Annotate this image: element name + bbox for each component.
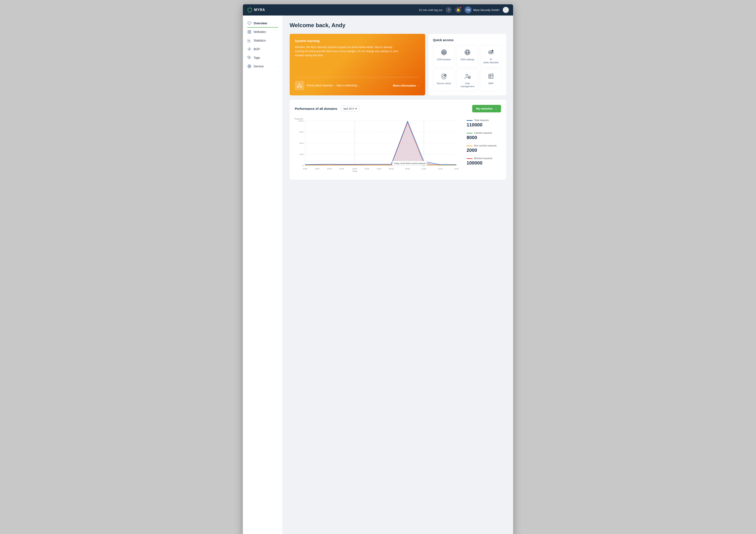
- session-timer: 15 min until log out: [419, 9, 442, 12]
- total-color-bar: [467, 120, 472, 121]
- sidebar-item-bgp[interactable]: BGP: [243, 45, 283, 53]
- quick-access-secure-check[interactable]: Secure check: [433, 69, 455, 91]
- grid-icon: [247, 30, 252, 34]
- performance-panel: Performance of all domains last 24 h ▾ M…: [290, 100, 506, 180]
- warning-bottom-text: Botnet attack detected ← Myra is defendi…: [307, 84, 360, 87]
- waf-label: WAF: [488, 82, 494, 85]
- sidebar-item-statistics[interactable]: Statistics: [243, 36, 283, 45]
- svg-text:90 K: 90 K: [300, 131, 304, 133]
- svg-text:20:00: 20:00: [327, 168, 332, 170]
- dns-icon: DNS: [464, 48, 471, 56]
- svg-text:14:00: 14:00: [454, 168, 459, 170]
- svg-marker-76: [305, 121, 456, 165]
- svg-text:0: 0: [303, 164, 304, 167]
- stat-total: Total requests 110000: [467, 119, 501, 128]
- sidebar-item-overview[interactable]: Overview: [243, 19, 283, 28]
- avatar: TW: [465, 7, 472, 13]
- topbar-right: 15 min until log out ? 🔔 TW Myra Securit…: [419, 7, 509, 13]
- sidebar-item-websites[interactable]: Websites ›: [243, 28, 283, 36]
- chart-stats: Total requests 110000 Cached requests 80…: [467, 117, 501, 174]
- svg-text:30 K: 30 K: [300, 153, 304, 156]
- sidebar-overview-label: Overview: [254, 21, 267, 25]
- warning-panel: System warning Attention, the Myra Secur…: [290, 34, 425, 95]
- tag-icon: [247, 56, 252, 60]
- non-cached-color-bar: [467, 145, 472, 146]
- svg-text:CDN: CDN: [443, 52, 445, 53]
- cdn-browser-label: CDN browser: [437, 58, 451, 61]
- ip-whitelist-label: IP white-/blacklist: [482, 58, 500, 64]
- stat-cached: Cached requests 8000: [467, 132, 501, 140]
- dns-settings-label: DNS settings: [461, 58, 474, 61]
- svg-rect-1: [250, 30, 251, 32]
- sidebar-item-service[interactable]: Service ›: [243, 62, 283, 71]
- svg-line-18: [298, 85, 299, 86]
- user-badge: TW Myra Security GmbH: [465, 7, 499, 13]
- stat-non-cached: Non cached requests 2000: [467, 144, 501, 153]
- svg-text:16:00: 16:00: [303, 168, 307, 170]
- ip-icon: [487, 48, 495, 56]
- performance-title: Performance of all domains: [295, 107, 337, 111]
- svg-point-41: [466, 74, 468, 76]
- svg-text:120 K: 120 K: [298, 120, 304, 122]
- my-websites-button[interactable]: My websites →: [472, 105, 501, 113]
- svg-text:06:00: 06:00: [389, 168, 393, 170]
- quick-access-cdn-browser[interactable]: CDN CDN browser: [433, 45, 455, 67]
- quick-access-waf[interactable]: WAF: [480, 69, 502, 91]
- user-mgmt-icon: [464, 72, 471, 80]
- quick-access-user-management[interactable]: User management: [456, 69, 478, 91]
- user-circle[interactable]: [503, 7, 509, 13]
- stat-blocked: Blocked requests 100000: [467, 157, 501, 166]
- svg-text:00:00: 00:00: [352, 168, 357, 170]
- chart-icon: [247, 38, 252, 43]
- svg-text:DNS: DNS: [466, 52, 469, 53]
- warning-text: Attention, the Myra Security Systems sus…: [295, 45, 398, 58]
- svg-text:Today, 09:55  8000 cached requ: Today, 09:55 8000 cached requests: [394, 162, 426, 165]
- cached-color-bar: [467, 133, 472, 134]
- svg-point-38: [493, 50, 493, 51]
- quick-access-title: Quick access: [433, 38, 502, 42]
- chevron-right-icon: ›: [277, 31, 278, 33]
- sidebar-websites-label: Websites: [254, 30, 266, 34]
- sidebar-statistics-label: Statistics: [254, 39, 266, 42]
- svg-rect-45: [489, 74, 493, 78]
- warning-bottom: Botnet attack detected ← Myra is defendi…: [295, 77, 420, 90]
- logo-text: MYRA: [254, 8, 265, 12]
- logo-icon: [247, 7, 252, 13]
- svg-marker-75: [305, 122, 456, 165]
- notifications-button[interactable]: 🔔: [455, 7, 461, 13]
- secure-check-label: Secure check: [437, 82, 451, 85]
- sidebar-item-tags[interactable]: Tags: [243, 53, 283, 62]
- svg-text:02:00: 02:00: [364, 168, 369, 170]
- svg-line-19: [300, 85, 301, 86]
- svg-point-7: [249, 50, 250, 51]
- warning-title: System warning: [295, 39, 420, 43]
- botnet-icon: [295, 81, 304, 90]
- blocked-value: 100000: [467, 160, 501, 166]
- more-info-link[interactable]: More information →: [393, 84, 420, 87]
- total-value: 110000: [467, 122, 501, 128]
- svg-point-4: [248, 49, 249, 50]
- chevron-down-icon: ▾: [355, 107, 357, 110]
- sidebar-tags-label: Tags: [254, 56, 260, 60]
- logo: MYRA: [247, 7, 265, 13]
- svg-point-6: [250, 49, 251, 50]
- time-selector[interactable]: last 24 h ▾: [341, 106, 360, 112]
- svg-rect-0: [248, 30, 249, 32]
- company-name: Myra Security GmbH: [473, 9, 499, 12]
- svg-point-40: [444, 74, 446, 76]
- chart-container: 120 K 90 K 60 K 30 K 0 Requests 16:00 18…: [295, 117, 461, 174]
- performance-chart: 120 K 90 K 60 K 30 K 0 Requests 16:00 18…: [295, 117, 461, 173]
- quick-access-ip-whitelist[interactable]: IP white-/blacklist: [480, 45, 502, 67]
- svg-text:Today: Today: [352, 170, 357, 172]
- sidebar-bgp-label: BGP: [254, 47, 260, 51]
- quick-access-dns-settings[interactable]: DNS DNS settings: [456, 45, 478, 67]
- help-button[interactable]: ?: [446, 7, 452, 13]
- user-management-label: User management: [458, 82, 476, 88]
- cdn-icon: CDN: [440, 48, 448, 56]
- performance-header: Performance of all domains last 24 h ▾ M…: [295, 105, 501, 113]
- heart-icon: [247, 21, 252, 25]
- top-panels: System warning Attention, the Myra Secur…: [290, 34, 506, 95]
- shield-check-icon: [440, 72, 448, 80]
- globe-icon: [247, 64, 252, 68]
- quick-access-grid: CDN CDN browser: [433, 45, 502, 91]
